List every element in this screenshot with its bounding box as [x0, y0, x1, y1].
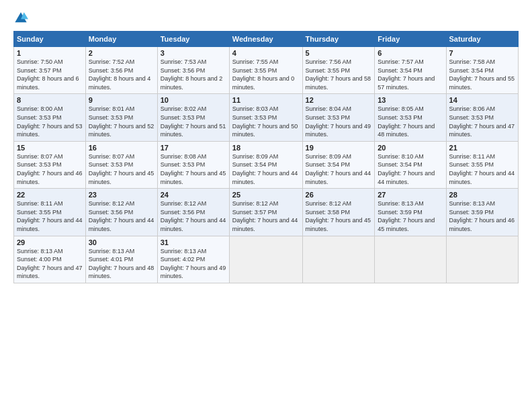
day-number: 23	[89, 191, 154, 199]
day-detail: Sunrise: 8:13 AM Sunset: 4:02 PM Dayligh…	[161, 247, 226, 281]
day-detail: Sunrise: 8:09 AM Sunset: 3:54 PM Dayligh…	[306, 152, 372, 186]
day-number: 31	[161, 238, 226, 246]
day-number: 8	[17, 96, 83, 104]
calendar-cell: 23 Sunrise: 8:12 AM Sunset: 3:56 PM Dayl…	[85, 189, 157, 236]
day-number: 5	[306, 49, 372, 57]
calendar-cell: 4 Sunrise: 7:55 AM Sunset: 3:55 PM Dayli…	[229, 47, 302, 94]
calendar-cell: 8 Sunrise: 8:00 AM Sunset: 3:53 PM Dayli…	[14, 94, 86, 141]
day-detail: Sunrise: 8:06 AM Sunset: 3:53 PM Dayligh…	[449, 105, 515, 138]
day-detail: Sunrise: 8:13 AM Sunset: 3:59 PM Dayligh…	[449, 199, 515, 233]
calendar-cell	[446, 236, 518, 283]
day-detail: Sunrise: 7:56 AM Sunset: 3:55 PM Dayligh…	[306, 58, 372, 91]
day-number: 29	[17, 238, 83, 246]
day-number: 3	[161, 49, 226, 57]
day-number: 13	[378, 96, 443, 104]
day-detail: Sunrise: 8:00 AM Sunset: 3:53 PM Dayligh…	[17, 105, 83, 138]
day-number: 16	[89, 144, 154, 152]
day-number: 19	[306, 144, 372, 152]
day-detail: Sunrise: 8:08 AM Sunset: 3:53 PM Dayligh…	[161, 152, 226, 186]
calendar-cell: 12 Sunrise: 8:04 AM Sunset: 3:53 PM Dayl…	[302, 94, 375, 141]
day-detail: Sunrise: 8:12 AM Sunset: 3:56 PM Dayligh…	[161, 199, 226, 233]
calendar-day-header: Monday	[85, 32, 157, 47]
calendar-week-row: 1 Sunrise: 7:50 AM Sunset: 3:57 PM Dayli…	[14, 47, 519, 94]
calendar-cell: 19 Sunrise: 8:09 AM Sunset: 3:54 PM Dayl…	[302, 141, 375, 188]
calendar-week-row: 29 Sunrise: 8:13 AM Sunset: 4:00 PM Dayl…	[14, 236, 519, 283]
day-number: 22	[17, 191, 83, 199]
calendar-cell: 21 Sunrise: 8:11 AM Sunset: 3:55 PM Dayl…	[446, 141, 518, 188]
day-number: 28	[449, 191, 515, 199]
calendar-table: SundayMondayTuesdayWednesdayThursdayFrid…	[13, 31, 519, 283]
day-detail: Sunrise: 8:07 AM Sunset: 3:53 PM Dayligh…	[89, 152, 154, 186]
day-detail: Sunrise: 7:50 AM Sunset: 3:57 PM Dayligh…	[17, 58, 83, 91]
calendar-cell: 28 Sunrise: 8:13 AM Sunset: 3:59 PM Dayl…	[446, 189, 518, 236]
day-number: 20	[378, 144, 443, 152]
day-detail: Sunrise: 7:52 AM Sunset: 3:56 PM Dayligh…	[89, 58, 154, 91]
logo	[13, 11, 31, 26]
calendar-cell: 10 Sunrise: 8:02 AM Sunset: 3:53 PM Dayl…	[157, 94, 229, 141]
day-detail: Sunrise: 8:12 AM Sunset: 3:58 PM Dayligh…	[306, 199, 372, 233]
calendar-cell: 31 Sunrise: 8:13 AM Sunset: 4:02 PM Dayl…	[157, 236, 229, 283]
day-number: 27	[378, 191, 443, 199]
day-detail: Sunrise: 8:12 AM Sunset: 3:56 PM Dayligh…	[89, 199, 154, 233]
day-number: 15	[17, 144, 83, 152]
calendar-week-row: 8 Sunrise: 8:00 AM Sunset: 3:53 PM Dayli…	[14, 94, 519, 141]
calendar-cell: 30 Sunrise: 8:13 AM Sunset: 4:01 PM Dayl…	[85, 236, 157, 283]
calendar-week-row: 15 Sunrise: 8:07 AM Sunset: 3:53 PM Dayl…	[14, 141, 519, 188]
calendar-cell	[302, 236, 375, 283]
day-number: 17	[161, 144, 226, 152]
day-detail: Sunrise: 7:53 AM Sunset: 3:56 PM Dayligh…	[161, 58, 226, 91]
day-number: 1	[17, 49, 83, 57]
day-detail: Sunrise: 8:04 AM Sunset: 3:53 PM Dayligh…	[306, 105, 372, 138]
day-number: 14	[449, 96, 515, 104]
day-number: 6	[378, 49, 443, 57]
calendar-cell: 26 Sunrise: 8:12 AM Sunset: 3:58 PM Dayl…	[302, 189, 375, 236]
calendar-day-header: Wednesday	[229, 32, 302, 47]
day-detail: Sunrise: 7:57 AM Sunset: 3:54 PM Dayligh…	[378, 58, 443, 91]
day-detail: Sunrise: 8:07 AM Sunset: 3:53 PM Dayligh…	[17, 152, 83, 186]
calendar-cell: 2 Sunrise: 7:52 AM Sunset: 3:56 PM Dayli…	[85, 47, 157, 94]
calendar-day-header: Saturday	[446, 32, 518, 47]
calendar-cell: 25 Sunrise: 8:12 AM Sunset: 3:57 PM Dayl…	[229, 189, 302, 236]
day-detail: Sunrise: 8:10 AM Sunset: 3:54 PM Dayligh…	[378, 152, 443, 186]
day-number: 30	[89, 238, 154, 246]
calendar-cell	[229, 236, 302, 283]
calendar-cell: 22 Sunrise: 8:11 AM Sunset: 3:55 PM Dayl…	[14, 189, 86, 236]
day-number: 12	[306, 96, 372, 104]
calendar-cell	[375, 236, 446, 283]
calendar-cell: 16 Sunrise: 8:07 AM Sunset: 3:53 PM Dayl…	[85, 141, 157, 188]
day-number: 4	[232, 49, 300, 57]
day-number: 2	[89, 49, 154, 57]
calendar-day-header: Thursday	[302, 32, 375, 47]
day-number: 9	[89, 96, 154, 104]
calendar-cell: 24 Sunrise: 8:12 AM Sunset: 3:56 PM Dayl…	[157, 189, 229, 236]
day-number: 10	[161, 96, 226, 104]
calendar-cell: 6 Sunrise: 7:57 AM Sunset: 3:54 PM Dayli…	[375, 47, 446, 94]
day-detail: Sunrise: 8:05 AM Sunset: 3:53 PM Dayligh…	[378, 105, 443, 138]
calendar-day-header: Sunday	[14, 32, 86, 47]
day-detail: Sunrise: 8:09 AM Sunset: 3:54 PM Dayligh…	[232, 152, 300, 186]
day-detail: Sunrise: 8:13 AM Sunset: 3:59 PM Dayligh…	[378, 199, 443, 233]
calendar-day-header: Friday	[375, 32, 446, 47]
calendar-cell: 11 Sunrise: 8:03 AM Sunset: 3:53 PM Dayl…	[229, 94, 302, 141]
calendar-cell: 27 Sunrise: 8:13 AM Sunset: 3:59 PM Dayl…	[375, 189, 446, 236]
day-detail: Sunrise: 8:11 AM Sunset: 3:55 PM Dayligh…	[17, 199, 83, 233]
day-number: 26	[306, 191, 372, 199]
calendar-cell: 14 Sunrise: 8:06 AM Sunset: 3:53 PM Dayl…	[446, 94, 518, 141]
day-detail: Sunrise: 8:13 AM Sunset: 4:00 PM Dayligh…	[17, 247, 83, 281]
day-detail: Sunrise: 8:02 AM Sunset: 3:53 PM Dayligh…	[161, 105, 226, 138]
day-number: 24	[161, 191, 226, 199]
day-number: 18	[232, 144, 300, 152]
day-number: 11	[232, 96, 300, 104]
calendar-cell: 13 Sunrise: 8:05 AM Sunset: 3:53 PM Dayl…	[375, 94, 446, 141]
day-detail: Sunrise: 8:01 AM Sunset: 3:53 PM Dayligh…	[89, 105, 154, 138]
day-detail: Sunrise: 7:55 AM Sunset: 3:55 PM Dayligh…	[232, 58, 300, 91]
calendar-cell: 29 Sunrise: 8:13 AM Sunset: 4:00 PM Dayl…	[14, 236, 86, 283]
calendar-cell: 9 Sunrise: 8:01 AM Sunset: 3:53 PM Dayli…	[85, 94, 157, 141]
day-detail: Sunrise: 8:11 AM Sunset: 3:55 PM Dayligh…	[449, 152, 515, 186]
calendar-week-row: 22 Sunrise: 8:11 AM Sunset: 3:55 PM Dayl…	[14, 189, 519, 236]
calendar-cell: 5 Sunrise: 7:56 AM Sunset: 3:55 PM Dayli…	[302, 47, 375, 94]
calendar-header-row: SundayMondayTuesdayWednesdayThursdayFrid…	[14, 32, 519, 47]
calendar-cell: 1 Sunrise: 7:50 AM Sunset: 3:57 PM Dayli…	[14, 47, 86, 94]
day-detail: Sunrise: 8:13 AM Sunset: 4:01 PM Dayligh…	[89, 247, 154, 281]
calendar-cell: 3 Sunrise: 7:53 AM Sunset: 3:56 PM Dayli…	[157, 47, 229, 94]
